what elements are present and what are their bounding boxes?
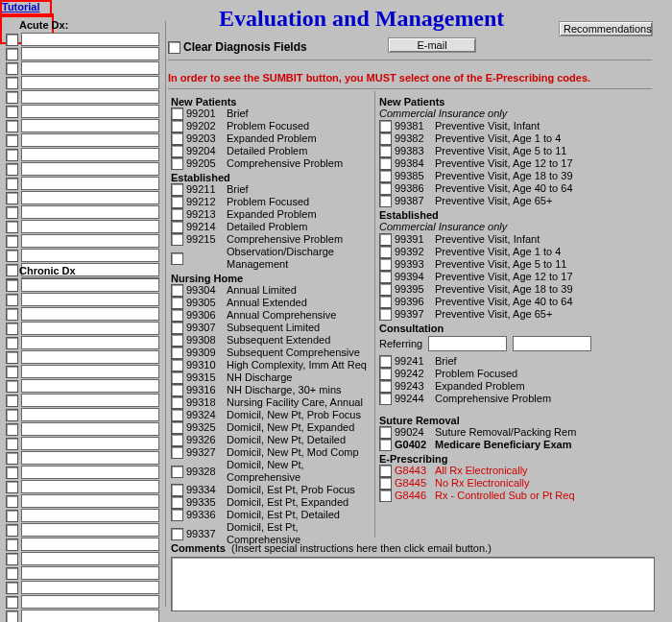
dx-checkbox[interactable] [6, 553, 18, 565]
dx-checkbox[interactable] [6, 206, 18, 219]
dx-input[interactable] [21, 523, 159, 537]
code-checkbox[interactable] [171, 421, 183, 434]
dx-checkbox[interactable] [6, 380, 18, 393]
dx-checkbox[interactable] [6, 91, 18, 104]
dx-input[interactable] [21, 76, 159, 89]
code-checkbox[interactable] [171, 528, 183, 540]
code-checkbox[interactable] [171, 359, 183, 371]
dx-checkbox[interactable] [6, 596, 18, 609]
code-checkbox[interactable] [171, 409, 183, 421]
code-checkbox[interactable] [171, 434, 183, 446]
dx-input[interactable] [21, 595, 159, 609]
code-checkbox[interactable] [171, 446, 183, 459]
dx-input[interactable] [21, 162, 159, 176]
dx-input[interactable] [21, 581, 159, 594]
dx-checkbox[interactable] [6, 438, 18, 450]
code-checkbox[interactable] [379, 296, 392, 308]
dx-input[interactable] [21, 552, 159, 565]
code-checkbox[interactable] [379, 380, 392, 393]
dx-checkbox[interactable] [6, 337, 18, 349]
dx-input[interactable] [21, 148, 159, 161]
dx-input[interactable] [21, 33, 159, 46]
dx-input[interactable] [21, 61, 159, 75]
code-checkbox[interactable] [379, 439, 392, 451]
code-checkbox[interactable] [171, 484, 183, 496]
dx-input[interactable] [21, 509, 159, 522]
code-checkbox[interactable] [171, 347, 183, 359]
code-checkbox[interactable] [171, 496, 183, 509]
dx-checkbox[interactable] [6, 250, 18, 262]
comments-textarea[interactable] [171, 557, 655, 611]
code-checkbox[interactable] [171, 132, 183, 145]
code-checkbox[interactable] [171, 196, 183, 208]
code-checkbox[interactable] [171, 334, 183, 347]
dx-checkbox[interactable] [6, 308, 18, 321]
dx-checkbox[interactable] [6, 452, 18, 465]
dx-input[interactable] [21, 177, 159, 190]
dx-checkbox[interactable] [6, 294, 18, 306]
code-checkbox[interactable] [171, 466, 183, 478]
dx-checkbox[interactable] [6, 466, 18, 479]
dx-input[interactable] [21, 379, 159, 393]
dx-checkbox[interactable] [6, 48, 18, 60]
email-button[interactable]: E-mail [388, 37, 476, 53]
dx-input[interactable] [21, 90, 159, 104]
dx-checkbox[interactable] [6, 235, 18, 248]
dx-input[interactable] [21, 47, 159, 60]
dx-input[interactable] [21, 538, 159, 551]
dx-checkbox[interactable] [6, 524, 18, 537]
code-checkbox[interactable] [171, 183, 183, 196]
dx-input[interactable] [21, 293, 159, 306]
dx-input[interactable] [21, 307, 159, 321]
dx-input[interactable] [21, 480, 159, 493]
code-checkbox[interactable] [379, 258, 392, 271]
dx-checkbox[interactable] [6, 495, 18, 508]
dx-checkbox[interactable] [6, 610, 18, 623]
dx-input[interactable] [21, 220, 159, 233]
code-checkbox[interactable] [379, 120, 392, 132]
code-checkbox[interactable] [171, 108, 183, 120]
dx-checkbox[interactable] [6, 366, 18, 378]
dx-input[interactable] [21, 394, 159, 407]
code-checkbox[interactable] [379, 308, 392, 321]
code-checkbox[interactable] [379, 368, 392, 380]
dx-input[interactable] [21, 205, 159, 219]
code-checkbox[interactable] [379, 465, 392, 477]
dx-checkbox[interactable] [6, 77, 18, 89]
dx-checkbox[interactable] [6, 178, 18, 190]
dx-input[interactable] [21, 105, 159, 118]
dx-input[interactable] [21, 566, 159, 580]
dx-checkbox[interactable] [6, 351, 18, 364]
dx-input[interactable] [21, 422, 159, 436]
dx-checkbox[interactable] [6, 510, 18, 522]
dx-checkbox[interactable] [6, 106, 18, 118]
dx-input[interactable] [21, 365, 159, 378]
code-checkbox[interactable] [379, 145, 392, 157]
code-checkbox[interactable] [171, 297, 183, 309]
code-checkbox[interactable] [379, 195, 392, 207]
dx-checkbox[interactable] [6, 395, 18, 407]
dx-input[interactable] [21, 336, 159, 349]
dx-input[interactable] [21, 451, 159, 465]
dx-checkbox[interactable] [6, 567, 18, 580]
code-checkbox[interactable] [379, 182, 392, 195]
dx-input[interactable] [21, 494, 159, 508]
dx-checkbox[interactable] [6, 62, 18, 75]
dx-checkbox[interactable] [6, 279, 18, 292]
dx-input[interactable] [21, 234, 159, 248]
code-checkbox[interactable] [171, 145, 183, 157]
code-checkbox[interactable] [171, 309, 183, 322]
code-checkbox[interactable] [379, 157, 392, 170]
dx-input[interactable] [21, 191, 159, 204]
dx-checkbox[interactable] [6, 409, 18, 421]
dx-input[interactable] [21, 610, 159, 622]
tutorial-link[interactable]: Tutorial [2, 1, 40, 12]
dx-input[interactable] [21, 322, 159, 335]
dx-checkbox[interactable] [6, 149, 18, 161]
code-checkbox[interactable] [171, 384, 183, 396]
code-checkbox[interactable] [171, 322, 183, 334]
dx-input[interactable] [21, 408, 159, 421]
code-checkbox[interactable] [379, 283, 392, 296]
referring-input-2[interactable] [513, 336, 591, 351]
dx-checkbox[interactable] [6, 582, 18, 594]
